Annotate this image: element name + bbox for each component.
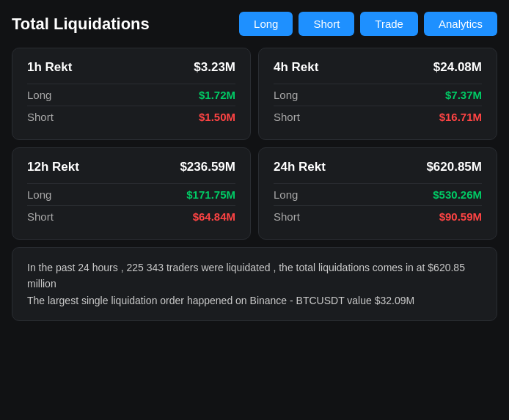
card-header-12h: 12h Rekt $236.59M — [27, 160, 235, 174]
summary-line2: The largest single liquidation order hap… — [27, 292, 482, 309]
card-title-1h: 1h Rekt — [27, 60, 72, 75]
long-value-12h: $171.75M — [186, 188, 235, 201]
card-long-row-12h: Long $171.75M — [27, 183, 235, 205]
card-header-4h: 4h Rekt $24.08M — [274, 60, 482, 75]
cards-grid: 1h Rekt $3.23M Long $1.72M Short $1.50M … — [12, 48, 497, 240]
nav-buttons: Long Short Trade Analytics — [239, 12, 497, 36]
long-value-4h: $7.37M — [445, 89, 482, 101]
card-title-12h: 12h Rekt — [27, 160, 79, 174]
card-long-row-1h: Long $1.72M — [27, 84, 235, 106]
page-header: Total Liquidations Long Short Trade Anal… — [12, 12, 497, 36]
card-4h: 4h Rekt $24.08M Long $7.37M Short $16.71… — [258, 48, 497, 140]
card-short-row-1h: Short $1.50M — [27, 106, 235, 128]
card-title-4h: 4h Rekt — [274, 60, 318, 75]
card-header-24h: 24h Rekt $620.85M — [274, 160, 482, 174]
card-long-row-4h: Long $7.37M — [274, 84, 482, 106]
card-short-row-4h: Short $16.71M — [274, 106, 482, 128]
card-short-row-24h: Short $90.59M — [274, 205, 482, 227]
long-label-24h: Long — [274, 188, 298, 201]
card-total-1h: $3.23M — [194, 60, 235, 75]
card-1h: 1h Rekt $3.23M Long $1.72M Short $1.50M — [12, 48, 251, 140]
card-12h: 12h Rekt $236.59M Long $171.75M Short $6… — [12, 147, 251, 240]
summary-line1: In the past 24 hours , 225 343 traders w… — [27, 259, 482, 292]
short-label-4h: Short — [274, 111, 300, 123]
long-label-12h: Long — [27, 188, 51, 201]
analytics-button[interactable]: Analytics — [424, 12, 497, 36]
long-value-24h: $530.26M — [433, 188, 482, 201]
long-label-4h: Long — [274, 89, 298, 101]
short-label-24h: Short — [274, 210, 300, 223]
page-title: Total Liquidations — [12, 15, 150, 34]
short-value-24h: $90.59M — [439, 210, 482, 223]
card-long-row-24h: Long $530.26M — [274, 183, 482, 205]
card-total-4h: $24.08M — [433, 60, 482, 75]
card-short-row-12h: Short $64.84M — [27, 205, 235, 227]
card-total-12h: $236.59M — [180, 160, 235, 174]
short-value-12h: $64.84M — [193, 210, 235, 223]
short-button[interactable]: Short — [299, 12, 354, 36]
card-24h: 24h Rekt $620.85M Long $530.26M Short $9… — [258, 147, 497, 240]
short-label-1h: Short — [27, 111, 54, 123]
short-value-4h: $16.71M — [439, 111, 482, 123]
short-label-12h: Short — [27, 210, 54, 223]
card-header-1h: 1h Rekt $3.23M — [27, 60, 235, 75]
trade-button[interactable]: Trade — [360, 12, 418, 36]
long-label-1h: Long — [27, 89, 51, 101]
summary-box: In the past 24 hours , 225 343 traders w… — [12, 247, 497, 321]
long-button[interactable]: Long — [239, 12, 293, 36]
long-value-1h: $1.72M — [199, 89, 235, 101]
card-total-24h: $620.85M — [426, 160, 482, 174]
short-value-1h: $1.50M — [199, 111, 235, 123]
card-title-24h: 24h Rekt — [274, 160, 326, 174]
